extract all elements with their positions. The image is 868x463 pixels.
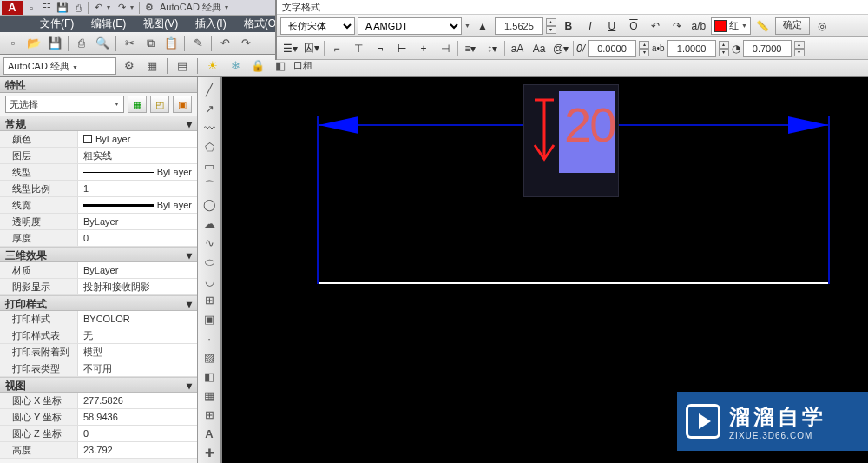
workspace-select[interactable]: AutoCAD 经典 ▼ xyxy=(3,57,116,75)
tracking-input[interactable]: 1.0000 xyxy=(667,40,716,57)
property-value[interactable]: 277.5826 xyxy=(78,393,197,408)
undo-drop-icon[interactable]: ▾ xyxy=(107,3,113,11)
property-value[interactable]: 无 xyxy=(78,327,197,343)
mtext-tool-icon[interactable]: A xyxy=(199,425,220,443)
property-value[interactable]: ByLayer xyxy=(78,197,197,213)
section-3d[interactable]: 三维效果▾ xyxy=(0,247,197,262)
align-ml-icon[interactable]: ⊢ xyxy=(392,40,411,57)
pline-tool-icon[interactable]: 〰 xyxy=(199,119,220,137)
undo-text-button[interactable]: ↶ xyxy=(646,17,665,35)
property-row[interactable]: 高度23.792 xyxy=(0,442,197,459)
property-row[interactable]: 线宽ByLayer xyxy=(0,197,197,214)
freeze-icon[interactable]: ❄ xyxy=(226,56,245,76)
arc-tool-icon[interactable]: ⌒ xyxy=(199,176,220,195)
property-row[interactable]: 厚度0 xyxy=(0,230,197,247)
property-value[interactable]: ByLayer xyxy=(78,214,197,229)
symbol-icon[interactable]: @▾ xyxy=(551,40,570,57)
menu-file[interactable]: 文件(F) xyxy=(31,16,82,32)
property-value[interactable]: 0 xyxy=(78,426,197,441)
annot-icon[interactable]: ▲ xyxy=(473,17,492,35)
polygon-tool-icon[interactable]: ⬠ xyxy=(199,138,220,156)
property-row[interactable]: 材质ByLayer xyxy=(0,262,197,279)
property-value[interactable]: 粗实线 xyxy=(78,148,197,163)
undo-icon[interactable]: ↶ xyxy=(91,1,105,15)
property-row[interactable]: 线型比例1 xyxy=(0,181,197,197)
property-value[interactable]: ByLayer xyxy=(78,164,197,180)
lowercase-icon[interactable]: Aa xyxy=(529,40,549,57)
workspace-drop-icon[interactable]: ▾ xyxy=(225,3,231,11)
gradient-tool-icon[interactable]: ◧ xyxy=(199,367,220,386)
text-height-input[interactable]: 1.5625 xyxy=(495,17,543,35)
bullet-icon[interactable]: ≡▾ xyxy=(461,40,480,57)
property-row[interactable]: 圆心 Z 坐标0 xyxy=(0,426,197,442)
font-select[interactable]: A AMGDT xyxy=(358,17,462,35)
italic-button[interactable]: I xyxy=(581,17,600,35)
print-icon[interactable]: ⎙ xyxy=(71,1,85,15)
redo-icon[interactable]: ↷ xyxy=(115,1,128,15)
property-value[interactable]: 不可用 xyxy=(78,360,197,376)
property-row[interactable]: 颜色ByLayer xyxy=(0,131,197,148)
copy-icon[interactable]: ⧉ xyxy=(141,34,160,53)
table-tool-icon[interactable]: ⊞ xyxy=(199,406,220,424)
property-row[interactable]: 透明度ByLayer xyxy=(0,214,197,230)
property-row[interactable]: 线型ByLayer xyxy=(0,164,197,181)
property-row[interactable]: 打印样式BYCOLOR xyxy=(0,311,197,327)
property-value[interactable]: 投射和接收阴影 xyxy=(78,279,197,294)
lock-icon[interactable]: 🔒 xyxy=(248,56,267,76)
property-row[interactable]: 圆心 Y 坐标58.9436 xyxy=(0,409,197,426)
property-row[interactable]: 图层粗实线 xyxy=(0,148,197,164)
drawing-canvas[interactable]: 20 溜溜自学 ZIXUE.3D66.COM xyxy=(222,77,868,463)
hatch-tool-icon[interactable]: ▨ xyxy=(199,348,220,367)
justify-icon[interactable]: 囚▾ xyxy=(302,40,321,57)
block-tool-icon[interactable]: ▣ xyxy=(199,310,220,328)
extension-line-right[interactable] xyxy=(828,116,830,284)
stack-button[interactable]: a/b xyxy=(689,17,708,35)
baseline-entity[interactable] xyxy=(318,282,830,284)
confirm-button[interactable]: 确定 xyxy=(775,17,810,35)
property-value[interactable]: 58.9436 xyxy=(78,409,197,425)
pickadd-icon[interactable]: ▣ xyxy=(173,96,192,113)
overline-button[interactable]: O xyxy=(624,17,643,35)
redo-drop-icon[interactable]: ▾ xyxy=(130,3,136,11)
extension-line-left[interactable] xyxy=(317,116,319,284)
ruler-icon[interactable]: 📏 xyxy=(753,17,773,35)
open-icon[interactable]: ☷ xyxy=(40,1,54,15)
text-color-select[interactable]: 红 ▼ xyxy=(711,17,751,35)
spline-tool-icon[interactable]: ∿ xyxy=(199,234,220,252)
ws-gear-icon[interactable]: ⚙ xyxy=(120,56,139,76)
ws-grid-icon[interactable]: ▦ xyxy=(142,56,161,76)
app-logo[interactable]: A xyxy=(2,1,23,15)
addsel-tool-icon[interactable]: ✚ xyxy=(199,444,220,462)
align-tc-icon[interactable]: ⊤ xyxy=(349,40,368,57)
tracking-spinner[interactable]: ▴▾ xyxy=(719,41,729,56)
menu-view[interactable]: 视图(V) xyxy=(135,16,187,32)
width-spinner[interactable]: ▴▾ xyxy=(794,41,805,56)
section-general[interactable]: 常规▾ xyxy=(0,116,197,131)
property-value[interactable]: 模型 xyxy=(78,344,197,360)
ellipsearc-tool-icon[interactable]: ◡ xyxy=(199,272,220,290)
circle-tool-icon[interactable]: ◯ xyxy=(199,195,220,214)
property-value[interactable]: ByLayer xyxy=(78,131,197,147)
layer-manager-icon[interactable]: ▤ xyxy=(173,56,192,76)
paste-icon[interactable]: 📋 xyxy=(161,34,181,53)
point-tool-icon[interactable]: · xyxy=(199,329,220,347)
menu-edit[interactable]: 编辑(E) xyxy=(82,16,135,32)
open-file-icon[interactable]: 📂 xyxy=(24,34,43,53)
property-value[interactable]: 0 xyxy=(78,230,197,246)
property-row[interactable]: 打印表类型不可用 xyxy=(0,360,197,377)
new-file-icon[interactable]: ▫ xyxy=(3,34,23,53)
property-value[interactable]: ByLayer xyxy=(78,262,197,278)
property-value[interactable]: 23.792 xyxy=(78,442,197,458)
dimension-text[interactable]: 20 xyxy=(564,96,615,153)
underline-button[interactable]: U xyxy=(602,17,621,35)
section-view[interactable]: 视图▾ xyxy=(0,377,197,393)
bold-button[interactable]: B xyxy=(559,17,578,35)
oblique-input[interactable]: 0.0000 xyxy=(588,40,636,57)
menu-insert[interactable]: 插入(I) xyxy=(187,16,234,32)
redo2-icon[interactable]: ↷ xyxy=(236,34,255,53)
undo2-icon[interactable]: ↶ xyxy=(215,34,234,53)
match-prop-icon[interactable]: ✎ xyxy=(188,34,207,53)
height-spinner[interactable]: ▴▾ xyxy=(546,18,556,34)
new-icon[interactable]: ▫ xyxy=(24,1,38,15)
gear-icon[interactable]: ⚙ xyxy=(142,1,156,15)
